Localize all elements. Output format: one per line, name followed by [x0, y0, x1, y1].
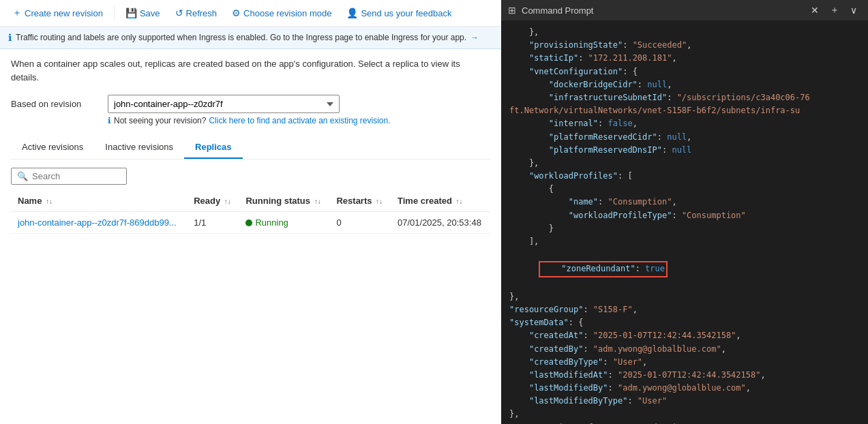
cmd-line-8: "platformReservedCidr": null, [509, 131, 860, 144]
cmd-line-18: }, [509, 290, 860, 303]
refresh-icon: ↺ [175, 7, 183, 18]
table-header-row: Name ↑↓ Ready ↑↓ Running status ↑↓ Res [11, 190, 490, 212]
search-bar: 🔍 [11, 168, 127, 185]
cmd-line-5: "infrastructureSubnetId": "/subscription… [509, 91, 860, 104]
cmd-line-13: "name": "Consumption", [509, 196, 860, 209]
cell-name: john-container-app--z0zdr7f-869ddb99... [11, 212, 187, 234]
separator [114, 6, 115, 20]
search-input[interactable] [32, 171, 121, 181]
cmd-line-14: "workloadProfileType": "Consumption" [509, 209, 860, 222]
search-icon: 🔍 [17, 171, 28, 181]
cmd-line-28: "type": "Microsoft.App/managedEnvironmen… [509, 421, 860, 424]
description-text: When a container app scales out, replica… [11, 57, 490, 84]
cell-ready: 1/1 [187, 212, 239, 234]
cmd-line-4: "dockerBridgeCidr": null, [509, 78, 860, 91]
person-icon: 👤 [346, 7, 358, 18]
cmd-dropdown-button[interactable]: ∨ [846, 3, 861, 17]
cmd-line-10: }, [509, 157, 860, 170]
cmd-line-25: "lastModifiedBy": "adm.ywong@globalblue.… [509, 382, 860, 395]
cmd-new-tab-button[interactable]: ＋ [826, 3, 843, 18]
highlight-box: "zoneRedundant": true [539, 261, 668, 277]
col-time-created: Time created ↑↓ [391, 190, 490, 212]
command-prompt-panel: ⊞ Command Prompt ✕ ＋ ∨ }, "provisioningS… [501, 0, 868, 424]
refresh-button[interactable]: ↺ Refresh [170, 5, 223, 21]
plus-icon: ＋ [12, 7, 22, 19]
cell-restarts: 0 [329, 212, 391, 234]
toolbar: ＋ Create new revision 💾 Save ↺ Refresh ⚙… [0, 0, 501, 27]
cmd-line-3: "vnetConfiguration": { [509, 65, 860, 78]
form-hint: ℹ Not seeing your revision? Click here t… [108, 116, 391, 125]
sort-icon-restarts[interactable]: ↑↓ [376, 198, 383, 205]
cell-running-status: Running [239, 212, 329, 234]
cmd-line-22: "createdBy": "adm.ywong@globalblue.com", [509, 343, 860, 356]
replicas-table: Name ↑↓ Ready ↑↓ Running status ↑↓ Res [11, 190, 490, 234]
tab-active-revisions[interactable]: Active revisions [11, 136, 94, 159]
table-row: john-container-app--z0zdr7f-869ddb99... … [11, 212, 490, 234]
table-container: Name ↑↓ Ready ↑↓ Running status ↑↓ Res [11, 190, 490, 234]
info-bar: ℹ Traffic routing and labels are only su… [0, 27, 501, 49]
replica-name-link[interactable]: john-container-app--z0zdr7f-869ddb99... [18, 217, 177, 228]
cmd-line-15: } [509, 222, 860, 235]
cmd-controls: ✕ ＋ ∨ [807, 3, 861, 18]
col-ready: Ready ↑↓ [187, 190, 239, 212]
hint-link[interactable]: Click here to find and activate an exist… [209, 116, 390, 125]
cmd-title: Command Prompt [522, 5, 801, 16]
cmd-body[interactable]: }, "provisioningState": "Succeeded", "st… [501, 20, 868, 424]
col-restarts: Restarts ↑↓ [329, 190, 391, 212]
tab-inactive-revisions[interactable]: Inactive revisions [94, 136, 184, 159]
form-label: Based on revision [11, 95, 100, 109]
col-running-status: Running status ↑↓ [239, 190, 329, 212]
info-icon: ℹ [8, 32, 12, 43]
cmd-line-0: }, [509, 26, 860, 39]
cmd-line-11: "workloadProfiles": [ [509, 170, 860, 183]
cmd-line-1: "provisioningState": "Succeeded", [509, 39, 860, 52]
cmd-line-6: ft.Network/virtualNetworks/vnet-S158F-b6… [509, 104, 860, 117]
status-dot [245, 219, 252, 226]
hint-icon: ℹ [108, 116, 111, 125]
cmd-line-highlighted: "zoneRedundant": true [509, 248, 860, 290]
cmd-line-12: { [509, 183, 860, 196]
save-button[interactable]: 💾 Save [120, 5, 166, 21]
cmd-line-2: "staticIp": "172.211.208.181", [509, 52, 860, 65]
sort-icon-created[interactable]: ↑↓ [456, 198, 463, 205]
running-status-badge: Running [245, 217, 323, 228]
cmd-icon: ⊞ [508, 5, 516, 16]
form-input-group: john-container-app--z0zdr7f ℹ Not seeing… [108, 95, 391, 125]
sort-icon-name[interactable]: ↑↓ [46, 198, 53, 205]
content-area: When a container app scales out, replica… [0, 49, 501, 424]
cmd-titlebar: ⊞ Command Prompt ✕ ＋ ∨ [501, 0, 868, 20]
create-new-revision-button[interactable]: ＋ Create new revision [7, 4, 108, 22]
sort-icon-ready[interactable]: ↑↓ [224, 198, 231, 205]
revision-select[interactable]: john-container-app--z0zdr7f [108, 95, 340, 113]
save-icon: 💾 [125, 7, 137, 18]
cell-time-created: 07/01/2025, 20:53:48 [391, 212, 490, 234]
cmd-line-9: "platformReservedDnsIP": null [509, 144, 860, 157]
choose-revision-mode-button[interactable]: ⚙ Choose revision mode [226, 5, 337, 21]
info-bar-link[interactable]: → [470, 33, 479, 42]
feedback-button[interactable]: 👤 Send us your feedback [341, 5, 457, 21]
sort-icon-status[interactable]: ↑↓ [314, 198, 321, 205]
tab-replicas[interactable]: Replicas [184, 136, 242, 159]
col-name: Name ↑↓ [11, 190, 187, 212]
cmd-line-21: "createdAt": "2025-01-07T12:42:44.354215… [509, 329, 860, 342]
cmd-line-19: "resourceGroup": "S158-F", [509, 303, 860, 316]
cmd-line-24: "lastModifiedAt": "2025-01-07T12:42:44.3… [509, 369, 860, 382]
cmd-line-16: ], [509, 235, 860, 248]
cmd-line-26: "lastModifiedByType": "User" [509, 395, 860, 408]
cmd-line-7: "internal": false, [509, 117, 860, 130]
cmd-line-23: "createdByType": "User", [509, 356, 860, 369]
settings-icon: ⚙ [232, 7, 241, 18]
cmd-line-27: }, [509, 408, 860, 421]
tabs: Active revisions Inactive revisions Repl… [11, 136, 490, 160]
cmd-line-20: "systemData": { [509, 316, 860, 329]
form-row: Based on revision john-container-app--z0… [11, 95, 490, 125]
cmd-close-button[interactable]: ✕ [807, 3, 823, 17]
